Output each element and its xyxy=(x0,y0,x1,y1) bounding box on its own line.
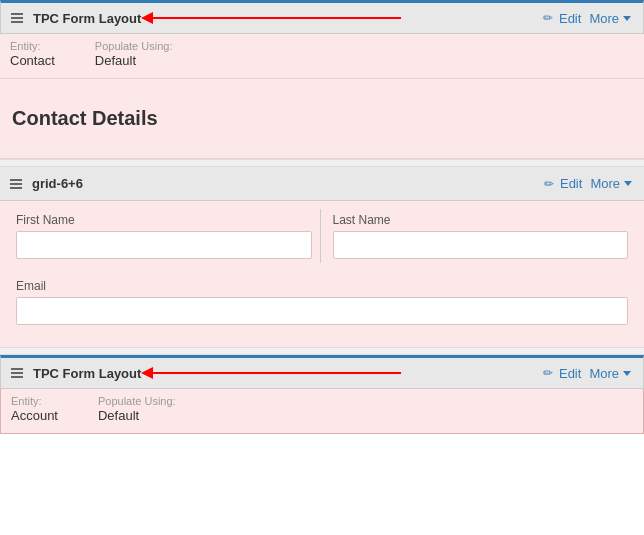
grid-content: First Name Last Name xyxy=(0,201,644,271)
grid-section-header: grid-6+6 ✏ Edit More xyxy=(0,167,644,201)
top-entity-row: Entity: Contact Populate Using: Default xyxy=(10,40,634,68)
pencil-icon-bottom: ✏ xyxy=(543,366,553,380)
bottom-populate-value: Default xyxy=(98,408,176,423)
top-more-chevron xyxy=(623,16,631,21)
bottom-entity-col: Entity: Account xyxy=(11,395,58,423)
top-form-header-left: TPC Form Layout xyxy=(11,11,141,26)
grid-more-chevron xyxy=(624,181,632,186)
grid-header-left: grid-6+6 xyxy=(10,176,83,191)
pencil-icon-grid: ✏ xyxy=(544,177,554,191)
hamburger-icon xyxy=(11,13,23,23)
bottom-form-header-left: TPC Form Layout xyxy=(11,366,141,381)
bottom-entity-label: Entity: xyxy=(11,395,58,407)
last-name-label: Last Name xyxy=(333,213,629,227)
top-more-label: More xyxy=(589,11,619,26)
svg-marker-3 xyxy=(141,367,153,379)
first-name-label: First Name xyxy=(16,213,312,227)
bottom-entity-value: Account xyxy=(11,408,58,423)
bottom-entity-row: Entity: Account Populate Using: Default xyxy=(11,395,633,423)
top-populate-value: Default xyxy=(95,53,173,68)
grid-hamburger-icon xyxy=(10,179,22,189)
top-edit-button[interactable]: Edit xyxy=(557,11,583,26)
top-red-arrow xyxy=(141,8,401,28)
bottom-form-header-right: ✏ Edit More xyxy=(543,366,633,381)
top-more-button[interactable]: More xyxy=(587,11,633,26)
separator-1 xyxy=(0,159,644,167)
bottom-edit-button[interactable]: Edit xyxy=(557,366,583,381)
spacer-bottom xyxy=(0,333,644,347)
bottom-populate-label: Populate Using: xyxy=(98,395,176,407)
email-section: Email xyxy=(0,271,644,333)
bottom-form-header: TPC Form Layout ✏ Edit More xyxy=(0,355,644,389)
grid-title: grid-6+6 xyxy=(32,176,83,191)
top-entity-value: Contact xyxy=(10,53,55,68)
top-form-header: TPC Form Layout ✏ Edit More xyxy=(0,0,644,34)
bottom-entity-info: Entity: Account Populate Using: Default xyxy=(0,389,644,434)
grid-edit-button[interactable]: Edit xyxy=(558,176,584,191)
contact-details-title: Contact Details xyxy=(12,107,158,130)
top-populate-col: Populate Using: Default xyxy=(95,40,173,68)
svg-marker-1 xyxy=(141,12,153,24)
top-entity-label: Entity: xyxy=(10,40,55,52)
top-form-header-right: ✏ Edit More xyxy=(543,11,633,26)
grid-more-button[interactable]: More xyxy=(588,176,634,191)
first-name-col: First Name xyxy=(10,209,321,263)
bottom-more-chevron xyxy=(623,371,631,376)
pencil-icon-top: ✏ xyxy=(543,11,553,25)
top-entity-info: Entity: Contact Populate Using: Default xyxy=(0,34,644,79)
grid-more-label: More xyxy=(590,176,620,191)
bottom-more-label: More xyxy=(589,366,619,381)
bottom-form-title: TPC Form Layout xyxy=(33,366,141,381)
grid-header-right: ✏ Edit More xyxy=(544,176,634,191)
first-name-input[interactable] xyxy=(16,231,312,259)
email-input[interactable] xyxy=(16,297,628,325)
bottom-more-button[interactable]: More xyxy=(587,366,633,381)
top-entity-col: Entity: Contact xyxy=(10,40,55,68)
last-name-col: Last Name xyxy=(327,209,635,263)
email-label: Email xyxy=(16,279,628,293)
name-row: First Name Last Name xyxy=(10,209,634,263)
separator-2 xyxy=(0,347,644,355)
top-form-title: TPC Form Layout xyxy=(33,11,141,26)
contact-details-banner: Contact Details xyxy=(0,79,644,159)
last-name-input[interactable] xyxy=(333,231,629,259)
top-populate-label: Populate Using: xyxy=(95,40,173,52)
bottom-hamburger-icon xyxy=(11,368,23,378)
main-wrapper: TPC Form Layout ✏ Edit More Entity: Cont… xyxy=(0,0,644,535)
bottom-populate-col: Populate Using: Default xyxy=(98,395,176,423)
bottom-red-arrow xyxy=(141,363,401,383)
